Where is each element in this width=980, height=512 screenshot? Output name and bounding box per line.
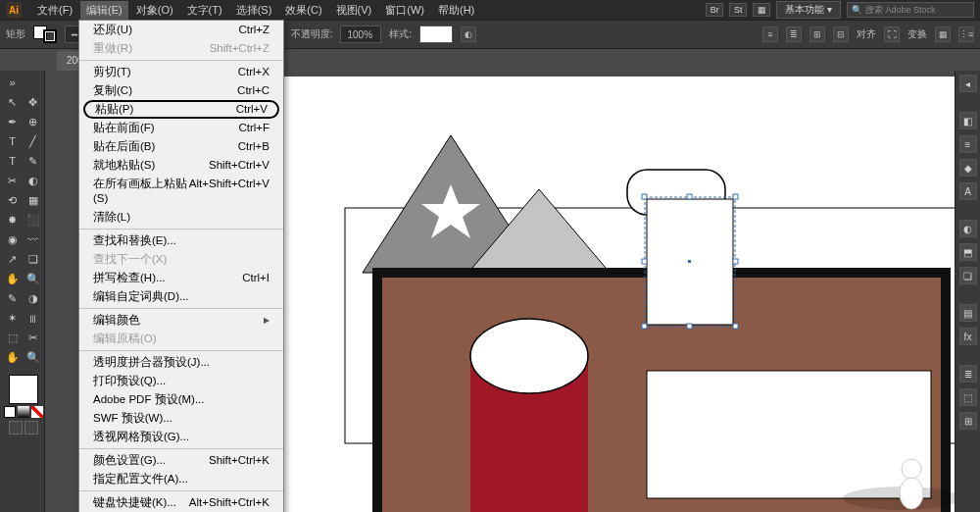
menu-item[interactable]: 复制(C)Ctrl+C: [79, 81, 283, 100]
gradient-panel-icon[interactable]: ⬒: [959, 243, 977, 261]
type-tool[interactable]: T: [2, 151, 23, 171]
scale-tool[interactable]: ⬛: [23, 210, 43, 230]
perspective-tool[interactable]: ❏: [23, 249, 43, 269]
menu-item[interactable]: 编辑自定词典(D)...: [79, 287, 283, 306]
slice-tool[interactable]: ✂: [23, 328, 43, 347]
menu-item[interactable]: 颜色设置(G)...Shift+Ctrl+K: [79, 451, 283, 470]
menu-item[interactable]: 贴在前面(F)Ctrl+F: [79, 119, 283, 137]
libraries-panel-icon[interactable]: ⊞: [959, 412, 977, 430]
eyedropper-tool[interactable]: ✎: [2, 288, 23, 308]
menu-item[interactable]: 透视网格预设(G)...: [79, 428, 283, 446]
transform-icon[interactable]: ⛶: [884, 26, 900, 42]
mesh-tool[interactable]: ✋: [2, 269, 23, 288]
rotate-tool[interactable]: ✸: [2, 210, 23, 230]
free-transform-tool[interactable]: 〰: [23, 230, 43, 249]
align-icon2[interactable]: ≣: [786, 26, 802, 42]
symbols-panel-icon[interactable]: A: [959, 182, 977, 200]
align-icon1[interactable]: ≡: [762, 26, 778, 42]
transparency-panel-icon[interactable]: ❏: [959, 267, 977, 284]
tab-toggle-icon[interactable]: »: [2, 73, 23, 92]
menu-item[interactable]: 在所有画板上粘贴(S)Alt+Shift+Ctrl+V: [79, 175, 283, 208]
artboards-panel-icon[interactable]: ⬚: [959, 388, 977, 406]
color-mode-gradient[interactable]: [18, 406, 29, 418]
menu-object[interactable]: 对象(O): [130, 1, 179, 20]
arrange-button[interactable]: ▦: [753, 3, 770, 17]
menu-edit[interactable]: 编辑(E): [80, 1, 128, 20]
menu-item-label: 剪切(T): [93, 65, 131, 79]
menu-type[interactable]: 文字(T): [181, 1, 228, 20]
blend-tool[interactable]: ◑: [23, 288, 43, 308]
menu-item[interactable]: 透明度拼合器预设(J)...: [79, 353, 283, 372]
curvature-tool[interactable]: ╱: [23, 131, 43, 151]
recolor-icon[interactable]: ◐: [461, 26, 476, 42]
menu-item[interactable]: 粘贴(P)Ctrl+V: [83, 100, 279, 119]
menu-help[interactable]: 帮助(H): [432, 1, 480, 20]
brushes-panel-icon[interactable]: ◆: [959, 159, 977, 177]
layers-panel-icon[interactable]: ≣: [959, 365, 977, 383]
zoom-tool[interactable]: 🔍: [23, 347, 43, 367]
workspace-switcher[interactable]: 基本功能 ▾: [776, 1, 841, 19]
menu-item-label: Adobe PDF 预设(M)...: [93, 392, 204, 407]
shape-builder-tool[interactable]: ↗: [2, 249, 23, 269]
color-mode-none[interactable]: [31, 406, 43, 418]
color-panel-icon[interactable]: ◧: [959, 112, 977, 129]
symbol-sprayer-tool[interactable]: ✶: [2, 308, 23, 328]
selection-tool[interactable]: ↖: [2, 92, 23, 112]
hand-tool[interactable]: ✋: [2, 347, 23, 367]
menu-item[interactable]: 编辑颜色: [79, 311, 283, 330]
graphic-style-dropdown[interactable]: [419, 26, 453, 43]
isolate-icon[interactable]: ▦: [935, 26, 951, 42]
menu-item[interactable]: 清除(L): [79, 208, 283, 227]
rectangle-tool[interactable]: ✂: [2, 171, 23, 190]
menu-item[interactable]: Adobe PDF 预设(M)...: [79, 390, 283, 409]
menu-item[interactable]: SWF 预设(W)...: [79, 409, 283, 428]
appearance-panel-icon[interactable]: ▤: [959, 304, 977, 322]
align-icon4[interactable]: ⊟: [833, 26, 849, 42]
swatches-panel-icon[interactable]: ≡: [959, 135, 977, 153]
magic-wand-tool[interactable]: ✒: [2, 112, 23, 131]
gradient-tool[interactable]: 🔍: [23, 269, 43, 288]
stock-search-input[interactable]: 🔍 搜索 Adobe Stock: [847, 2, 974, 18]
menu-select[interactable]: 选择(S): [230, 1, 278, 20]
menu-item[interactable]: 拼写检查(H)...Ctrl+I: [79, 269, 283, 287]
column-graph-tool[interactable]: ⫼: [23, 308, 43, 328]
menu-item[interactable]: 贴在后面(B)Ctrl+B: [79, 137, 283, 156]
menu-item[interactable]: 就地粘贴(S)Shift+Ctrl+V: [79, 156, 283, 175]
width-tool[interactable]: ◉: [2, 230, 23, 249]
menu-effect[interactable]: 效果(C): [279, 1, 327, 20]
menu-item[interactable]: 还原(U)Ctrl+Z: [79, 21, 283, 39]
paintbrush-tool[interactable]: ◐: [23, 171, 43, 190]
pen-tool[interactable]: T: [2, 131, 23, 151]
panel-collapse-icon[interactable]: ◂: [959, 75, 977, 92]
direct-selection-tool[interactable]: ✥: [23, 92, 43, 112]
menu-item[interactable]: 指定配置文件(A)...: [79, 470, 283, 488]
color-mode-fill[interactable]: [4, 406, 16, 418]
color-proxy[interactable]: [2, 371, 45, 436]
eraser-tool[interactable]: ▦: [23, 190, 43, 210]
menu-file[interactable]: 文件(F): [31, 1, 78, 20]
artboard-tool[interactable]: ⬚: [2, 328, 23, 347]
menu-item-shortcut: Shift+Ctrl+K: [209, 453, 270, 468]
opacity-field[interactable]: 100%: [340, 26, 381, 43]
menu-item[interactable]: 键盘快捷键(K)...Alt+Shift+Ctrl+K: [79, 493, 283, 512]
menu-item[interactable]: 打印预设(Q)...: [79, 372, 283, 390]
align-icon3[interactable]: ⊞: [809, 26, 825, 42]
lasso-tool[interactable]: ⊕: [23, 112, 43, 131]
shaper-tool[interactable]: ⟲: [2, 190, 23, 210]
menu-view[interactable]: 视图(V): [330, 1, 378, 20]
fill-stroke-swatch[interactable]: [33, 26, 57, 43]
menu-item-label: 在所有画板上粘贴(S): [93, 177, 189, 206]
graphic-styles-panel-icon[interactable]: fx: [959, 328, 977, 345]
menu-item[interactable]: 剪切(T)Ctrl+X: [79, 63, 283, 81]
screen-mode-normal[interactable]: [9, 421, 23, 435]
fill-proxy[interactable]: [9, 375, 38, 404]
stroke-panel-icon[interactable]: ◐: [959, 220, 977, 237]
more-options-icon[interactable]: ⋮≡: [958, 26, 974, 42]
screen-mode-full[interactable]: [24, 421, 38, 435]
menu-item-label: 粘贴(P): [95, 102, 133, 117]
menu-window[interactable]: 窗口(W): [379, 1, 430, 20]
line-tool[interactable]: ✎: [23, 151, 43, 171]
menu-item[interactable]: 查找和替换(E)...: [79, 231, 283, 250]
stock-button[interactable]: St: [729, 3, 747, 17]
bridge-button[interactable]: Br: [706, 3, 723, 17]
